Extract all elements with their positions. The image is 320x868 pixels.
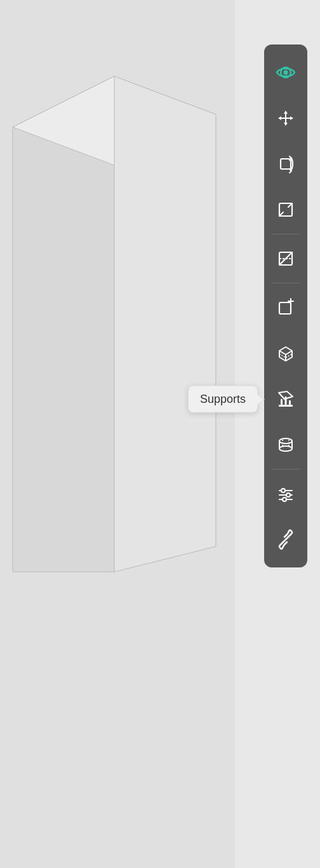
- add-button[interactable]: [264, 285, 307, 330]
- rotate-button[interactable]: [264, 141, 307, 187]
- add-icon: [274, 296, 297, 319]
- svg-point-5: [284, 71, 288, 75]
- supports-icon: [274, 388, 297, 410]
- svg-point-24: [279, 446, 292, 451]
- svg-rect-20: [289, 400, 291, 405]
- settings-icon: [274, 482, 297, 505]
- supports-tooltip: Supports: [188, 386, 258, 413]
- link-icon: [274, 528, 297, 551]
- svg-marker-3: [114, 76, 216, 572]
- supports-button[interactable]: Supports: [264, 376, 307, 422]
- view-button[interactable]: [264, 50, 307, 95]
- background-shape: [0, 0, 235, 868]
- svg-line-33: [283, 537, 288, 542]
- svg-rect-19: [285, 397, 287, 405]
- svg-point-21: [279, 438, 292, 444]
- divider-2: [272, 283, 300, 283]
- svg-point-31: [286, 493, 290, 497]
- eye-icon: [274, 61, 297, 84]
- cut-icon: [274, 247, 297, 270]
- hollow-button[interactable]: [264, 422, 307, 468]
- link-button[interactable]: [264, 517, 307, 562]
- settings-button[interactable]: [264, 471, 307, 517]
- svg-point-32: [283, 498, 286, 501]
- rotate-icon: [274, 153, 297, 175]
- svg-rect-13: [279, 302, 291, 314]
- scale-icon: [274, 198, 297, 221]
- toolbar: Supports: [264, 44, 307, 567]
- move-icon: [274, 107, 297, 130]
- slice-button[interactable]: [264, 330, 307, 376]
- cut-button[interactable]: [264, 236, 307, 281]
- svg-rect-18: [281, 399, 283, 405]
- svg-rect-17: [279, 405, 293, 407]
- slice-icon: [274, 342, 297, 365]
- tooltip-label: Supports: [200, 393, 246, 405]
- divider-3: [272, 469, 300, 470]
- svg-point-30: [281, 489, 285, 492]
- move-button[interactable]: [264, 95, 307, 141]
- scale-button[interactable]: [264, 187, 307, 233]
- hollow-icon: [274, 433, 297, 456]
- divider-1: [272, 234, 300, 234]
